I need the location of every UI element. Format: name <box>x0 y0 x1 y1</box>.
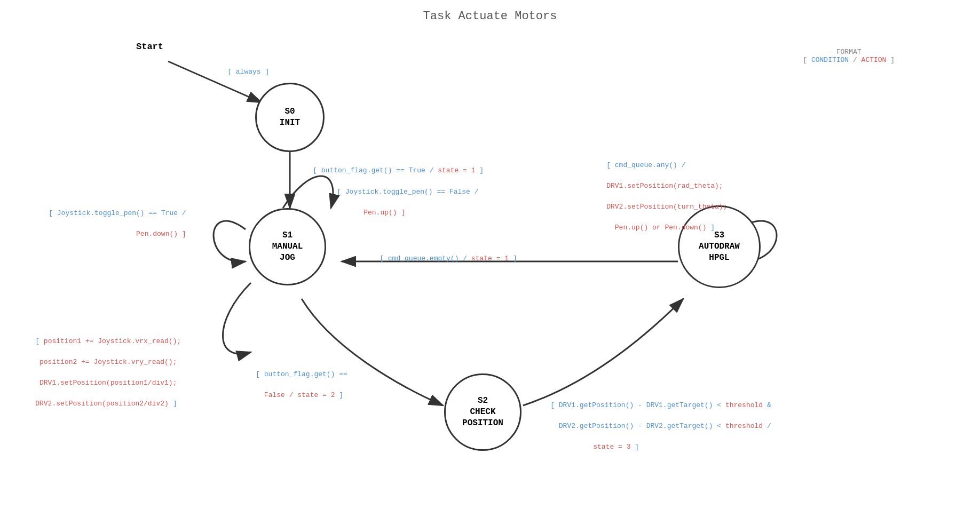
s2-id: S2 <box>478 395 488 407</box>
start-label: Start <box>136 40 163 54</box>
label-s3-s1: [ cmd_queue.empty() / state = 1 ] <box>363 243 517 274</box>
state-s2: S2 CHECK POSITION <box>444 373 521 451</box>
condition-label: CONDITION <box>811 56 849 64</box>
label-s1-s2: [ button_flag.get() == False / state = 2… <box>239 359 347 411</box>
s1-name: MANUAL JOG <box>272 241 303 264</box>
s3-name: AUTODRAW HPGL <box>699 241 740 264</box>
s0-id: S0 <box>284 106 295 117</box>
format-legend: FORMAT [ CONDITION / ACTION ] <box>803 48 895 64</box>
diagram-container: Task Actuate Motors FORMAT [ CONDITION /… <box>0 0 980 525</box>
page-title: Task Actuate Motors <box>423 10 557 23</box>
format-line: [ CONDITION / ACTION ] <box>803 56 895 64</box>
format-label: FORMAT <box>803 48 895 56</box>
s1-id: S1 <box>282 230 293 241</box>
label-s3-self: [ cmd_queue.any() / DRV1.setPosition(rad… <box>590 149 727 243</box>
action-label: ACTION <box>862 56 887 64</box>
state-s0: S0 INIT <box>255 83 325 152</box>
label-s1-self-pen-up: [ Joystick.toggle_pen() == False / Pen.u… <box>320 176 478 228</box>
label-s1-self-position: [ position1 += Joystick.vrx_read(); posi… <box>19 325 181 419</box>
label-always: [ always ] <box>211 56 269 88</box>
label-s1-self-pen-down: [ Joystick.toggle_pen() == True / Pen.do… <box>32 197 186 250</box>
label-s2-s3: [ DRV1.getPosition() - DRV1.getTarget() … <box>534 389 771 463</box>
always-text: [ always ] <box>227 68 269 76</box>
s2-name: CHECK POSITION <box>462 407 503 429</box>
s0-name: INIT <box>280 117 300 129</box>
state-s1: S1 MANUAL JOG <box>249 208 326 285</box>
